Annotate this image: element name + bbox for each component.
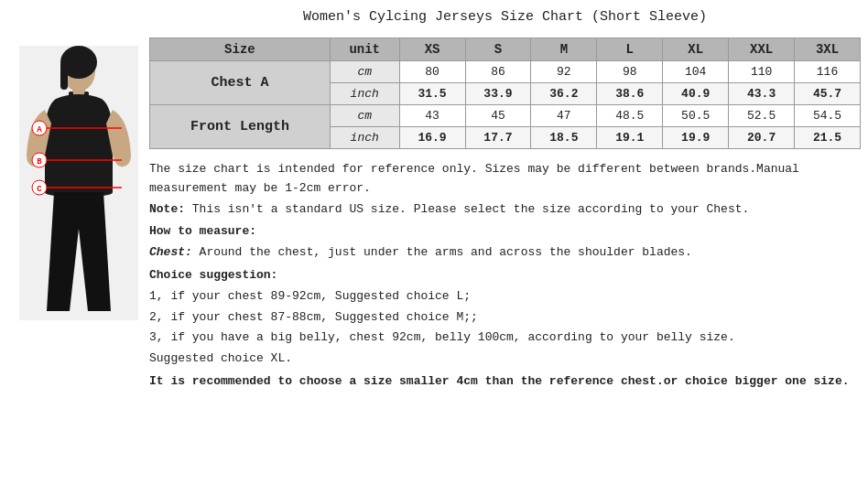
svg-text:B: B	[37, 157, 42, 167]
front-length-inch-unit: inch	[330, 127, 399, 149]
chest-a-cm-s: 86	[465, 61, 531, 83]
header-xs: XS	[399, 38, 465, 61]
front-length-cm-m: 47	[531, 105, 597, 127]
chest-a-inch-3xl: 45.7	[795, 83, 861, 105]
chest-a-inch-l: 38.6	[597, 83, 663, 105]
chest-label: Chest:	[149, 245, 192, 259]
choice-suggestion-label: Choice suggestion:	[149, 266, 861, 285]
note-text: This isn't a standard US size. Please se…	[185, 202, 749, 216]
front-length-cm-xl: 50.5	[663, 105, 729, 127]
front-length-label: Front Length	[150, 105, 331, 149]
front-length-inch-xs: 16.9	[399, 127, 465, 149]
chest-a-cm-3xl: 116	[795, 61, 861, 83]
choice-1: 1, if your chest 89-92cm, Suggested choi…	[149, 287, 861, 307]
chart-title: Women's Cylcing Jerseys Size Chart (Shor…	[149, 9, 861, 25]
header-l: L	[597, 38, 663, 61]
chest-measure-line: Chest: Around the chest, just under the …	[149, 243, 861, 263]
chest-a-label: Chest A	[150, 61, 331, 105]
note-line: Note: This isn't a standard US size. Ple…	[149, 200, 861, 220]
model-image-container: A B C	[7, 9, 149, 486]
front-length-inch-m: 18.5	[531, 127, 597, 149]
chest-a-inch-xl: 40.9	[663, 83, 729, 105]
front-length-inch-xl: 19.9	[663, 127, 729, 149]
front-length-inch-3xl: 21.5	[795, 127, 861, 149]
chest-a-cm-l: 98	[597, 61, 663, 83]
chest-a-inch-xs: 31.5	[399, 83, 465, 105]
svg-text:A: A	[37, 125, 42, 135]
front-length-inch-xxl: 20.7	[729, 127, 795, 149]
model-figure: A B C	[19, 46, 138, 320]
chest-a-cm-xs: 80	[399, 61, 465, 83]
front-length-cm-s: 45	[465, 105, 531, 127]
svg-rect-5	[69, 91, 73, 110]
chest-a-cm-m: 92	[531, 61, 597, 83]
choice-3b: Suggested choice XL.	[149, 350, 861, 369]
header-3xl: 3XL	[795, 38, 861, 61]
chest-a-inch-m: 36.2	[531, 83, 597, 105]
chest-text: Around the chest, just under the arms an…	[192, 245, 692, 259]
chest-a-inch-s: 33.9	[465, 83, 531, 105]
header-size: Size	[150, 38, 331, 61]
front-length-inch-s: 17.7	[465, 127, 531, 149]
front-length-cm-unit: cm	[330, 105, 399, 127]
front-length-cm-xxl: 52.5	[729, 105, 795, 127]
notes-section: The size chart is intended for reference…	[149, 160, 861, 393]
choice-3: 3, if you have a big belly, chest 92cm, …	[149, 328, 861, 348]
svg-rect-3	[60, 62, 68, 90]
front-length-cm-xs: 43	[399, 105, 465, 127]
front-length-inch-l: 19.1	[597, 127, 663, 149]
front-length-cm-3xl: 54.5	[795, 105, 861, 127]
header-xl: XL	[663, 38, 729, 61]
chest-a-cm-xxl: 110	[729, 61, 795, 83]
reference-note: The size chart is intended for reference…	[149, 160, 861, 199]
chest-a-cm-xl: 104	[663, 61, 729, 83]
chest-a-inch-xxl: 43.3	[729, 83, 795, 105]
recommendation: It is recommended to choose a size small…	[149, 372, 861, 392]
header-unit: unit	[330, 38, 399, 61]
svg-rect-6	[84, 91, 89, 110]
chest-a-inch-unit: inch	[330, 83, 399, 105]
how-to-measure-label: How to measure:	[149, 222, 861, 242]
header-s: S	[465, 38, 531, 61]
choice-2: 2, if your chest 87-88cm, Suggested choi…	[149, 308, 861, 328]
chest-a-cm-unit: cm	[330, 61, 399, 83]
note-label: Note:	[149, 202, 185, 216]
header-xxl: XXL	[729, 38, 795, 61]
right-content: Women's Cylcing Jerseys Size Chart (Shor…	[149, 9, 861, 486]
header-m: M	[531, 38, 597, 61]
svg-text:C: C	[37, 185, 42, 194]
front-length-cm-l: 48.5	[597, 105, 663, 127]
size-table: Size unit XS S M L XL XXL 3XL Chest A cm…	[149, 38, 861, 149]
